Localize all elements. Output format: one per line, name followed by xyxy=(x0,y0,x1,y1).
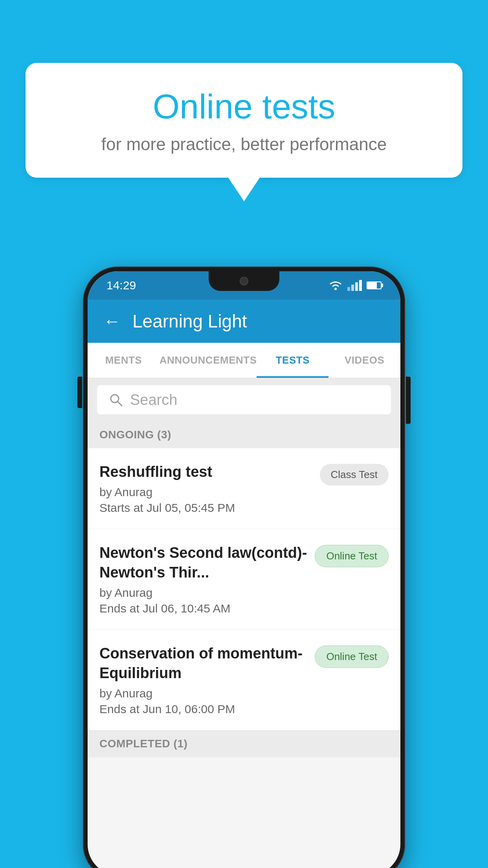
test-badge-class: Class Test xyxy=(320,464,389,485)
app-title: Learning Light xyxy=(132,311,247,332)
tab-tests[interactable]: TESTS xyxy=(257,343,328,378)
test-date: Starts at Jul 05, 05:45 PM xyxy=(99,501,312,515)
speech-bubble-arrow xyxy=(228,178,260,201)
speech-bubble-subtitle: for more practice, better performance xyxy=(57,134,431,154)
tab-videos[interactable]: VIDEOS xyxy=(328,343,400,378)
test-date: Ends at Jul 06, 10:45 AM xyxy=(99,602,307,615)
speech-bubble-title: Online tests xyxy=(57,86,431,127)
test-author: by Anurag xyxy=(99,586,307,600)
wifi-icon xyxy=(328,280,343,291)
ongoing-section-header: ONGOING (3) xyxy=(88,421,400,448)
test-badge-online: Online Test xyxy=(315,645,389,668)
test-badge-online: Online Test xyxy=(315,545,389,567)
speech-bubble: Online tests for more practice, better p… xyxy=(26,63,462,178)
status-icons xyxy=(328,280,382,291)
phone-frame: 14:29 xyxy=(83,267,405,868)
tab-bar: MENTS ANNOUNCEMENTS TESTS VIDEOS xyxy=(88,343,400,378)
svg-line-2 xyxy=(118,402,122,406)
tab-announcements[interactable]: ANNOUNCEMENTS xyxy=(160,343,257,378)
signal-icon xyxy=(347,280,362,291)
status-time: 14:29 xyxy=(106,279,136,292)
search-placeholder: Search xyxy=(130,392,177,408)
search-icon xyxy=(109,393,123,407)
back-button[interactable]: ← xyxy=(103,311,121,331)
test-author: by Anurag xyxy=(99,687,307,700)
notch xyxy=(209,271,279,291)
test-item[interactable]: Reshuffling test by Anurag Starts at Jul… xyxy=(88,448,400,529)
completed-section-header: COMPLETED (1) xyxy=(88,730,400,757)
test-info: Newton's Second law(contd)-Newton's Thir… xyxy=(99,543,307,615)
status-bar: 14:29 xyxy=(88,271,400,300)
test-name: Conservation of momentum-Equilibrium xyxy=(99,644,307,683)
test-name: Reshuffling test xyxy=(99,462,312,482)
search-bar[interactable]: Search xyxy=(97,385,391,414)
battery-icon xyxy=(367,281,382,289)
test-date: Ends at Jun 10, 06:00 PM xyxy=(99,702,307,716)
app-header: ← Learning Light xyxy=(88,300,400,343)
speech-bubble-container: Online tests for more practice, better p… xyxy=(26,63,462,201)
test-name: Newton's Second law(contd)-Newton's Thir… xyxy=(99,543,307,582)
test-item[interactable]: Conservation of momentum-Equilibrium by … xyxy=(88,630,400,730)
camera xyxy=(240,277,248,285)
phone-screen: 14:29 xyxy=(88,271,400,868)
search-bar-container: Search xyxy=(88,378,400,421)
test-author: by Anurag xyxy=(99,485,312,499)
svg-point-0 xyxy=(334,288,337,290)
tab-ments[interactable]: MENTS xyxy=(88,343,160,378)
test-info: Reshuffling test by Anurag Starts at Jul… xyxy=(99,462,312,515)
tests-list: Reshuffling test by Anurag Starts at Jul… xyxy=(88,448,400,730)
test-item[interactable]: Newton's Second law(contd)-Newton's Thir… xyxy=(88,529,400,630)
test-info: Conservation of momentum-Equilibrium by … xyxy=(99,644,307,716)
